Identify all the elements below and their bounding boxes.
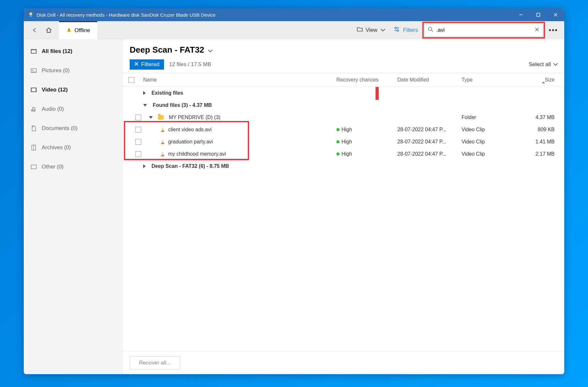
recover-all-button[interactable]: Recover all... — [130, 356, 180, 370]
tab-label: Offline — [74, 27, 90, 34]
sidebar-item-pictures[interactable]: Pictures (0) — [24, 61, 122, 80]
row-checkbox[interactable] — [135, 127, 141, 133]
svg-point-12 — [428, 27, 432, 30]
body: All files (12) Pictures (0) Video (12) A… — [24, 39, 564, 374]
tab-offline[interactable]: Offline — [59, 21, 97, 39]
svg-rect-27 — [31, 165, 36, 169]
expand-icon[interactable] — [143, 164, 146, 168]
file-row[interactable]: graduation party.avi High 28-07-2022 04:… — [123, 136, 564, 148]
table-header: Name Recovery chances Date Modified Type… — [123, 73, 564, 87]
sort-ascending-icon — [542, 82, 545, 83]
sidebar-item-archives[interactable]: Archives (0) — [24, 138, 122, 157]
group-label: Found files (3) - 4.37 MB — [153, 102, 212, 108]
svg-rect-30 — [161, 131, 164, 132]
maximize-button[interactable] — [530, 8, 547, 21]
row-checkbox[interactable] — [135, 115, 141, 120]
sidebar-item-all-files[interactable]: All files (12) — [24, 42, 122, 61]
filtered-label: Filtered — [141, 61, 160, 68]
clear-search-icon[interactable] — [534, 27, 540, 33]
sidebar: All files (12) Pictures (0) Video (12) A… — [24, 39, 123, 374]
row-checkbox[interactable] — [135, 151, 141, 157]
folder-row[interactable]: MY PENDRIVE (D) (3) Folder 4.37 MB — [123, 111, 564, 124]
select-all-label: Select all — [529, 61, 551, 68]
svg-rect-37 — [162, 153, 163, 153]
home-button[interactable] — [42, 23, 56, 37]
group-deep-scan[interactable]: Deep Scan - FAT32 (6) - 8.75 MB — [123, 160, 564, 172]
filters-button[interactable]: Filters — [389, 26, 422, 34]
file-name: graduation party.avi — [168, 139, 213, 145]
window-title: Disk Drill - All recovery methods - Hard… — [37, 12, 512, 18]
collapse-icon[interactable] — [149, 116, 153, 119]
sidebar-item-other[interactable]: Other (0) — [24, 157, 122, 176]
cell-date: 28-07-2022 04:47 P... — [397, 139, 462, 145]
select-all-checkbox[interactable] — [128, 77, 134, 83]
svg-rect-34 — [162, 141, 163, 141]
warning-icon — [66, 27, 72, 34]
svg-rect-3 — [537, 13, 540, 16]
filtered-pill[interactable]: Filtered — [130, 59, 164, 70]
select-all-button[interactable]: Select all — [529, 61, 557, 68]
group-found-files[interactable]: Found files (3) - 4.37 MB — [123, 99, 564, 111]
cell-size: 2.17 MB — [516, 151, 564, 157]
sidebar-item-label: Video (12) — [42, 87, 68, 93]
pictures-icon — [30, 68, 37, 73]
cell-type: Video Clip — [462, 127, 516, 133]
column-name[interactable]: Name — [141, 77, 336, 83]
search-icon — [428, 27, 434, 34]
vlc-icon — [160, 139, 166, 145]
cell-type: Video Clip — [462, 139, 516, 145]
svg-rect-21 — [31, 88, 32, 92]
cell-size: 1.41 MB — [516, 139, 564, 145]
footer: Recover all... — [123, 351, 564, 374]
file-row[interactable]: my childhood memory.avi High 28-07-2022 … — [123, 148, 564, 160]
folder-label: MY PENDRIVE (D) (3) — [169, 115, 221, 120]
status-dot-icon — [336, 128, 340, 131]
filters-label: Filters — [403, 27, 418, 33]
collapse-icon[interactable] — [143, 104, 147, 107]
svg-rect-32 — [162, 130, 164, 130]
row-checkbox[interactable] — [135, 139, 141, 145]
scan-title-dropdown[interactable]: Deep Scan - FAT32 — [130, 45, 557, 55]
column-type[interactable]: Type — [462, 77, 516, 83]
sidebar-item-documents[interactable]: Documents (0) — [24, 119, 122, 138]
sidebar-item-audio[interactable]: Audio (0) — [24, 99, 122, 119]
cell-size: 809 KB — [516, 127, 564, 133]
scan-title: Deep Scan - FAT32 — [130, 45, 204, 55]
sidebar-item-video[interactable]: Video (12) — [24, 80, 122, 99]
minimize-button[interactable] — [512, 8, 530, 21]
column-recovery[interactable]: Recovery chances — [336, 77, 397, 83]
more-button[interactable]: ••• — [546, 26, 560, 34]
sidebar-item-label: Archives (0) — [42, 144, 71, 151]
view-label: View — [366, 27, 377, 33]
sidebar-item-label: All files (12) — [42, 48, 72, 55]
sidebar-item-label: Pictures (0) — [42, 67, 70, 74]
svg-line-13 — [431, 30, 433, 32]
svg-rect-17 — [31, 49, 36, 51]
column-date[interactable]: Date Modified — [397, 77, 462, 83]
back-button[interactable] — [28, 23, 42, 37]
view-button[interactable]: View — [352, 26, 389, 34]
search-input[interactable] — [436, 27, 534, 33]
group-existing-files[interactable]: Existing files — [123, 87, 564, 99]
file-name: client video ads.avi — [168, 127, 212, 133]
chevron-down-icon — [380, 27, 385, 33]
column-size[interactable]: Size — [516, 77, 564, 83]
expand-icon[interactable] — [143, 91, 146, 95]
close-button[interactable] — [547, 8, 564, 21]
file-row[interactable]: client video ads.avi High 28-07-2022 04:… — [123, 124, 564, 136]
cell-recovery: High — [342, 151, 352, 157]
svg-rect-7 — [69, 31, 69, 31]
documents-icon — [30, 125, 37, 132]
sidebar-item-label: Documents (0) — [42, 125, 77, 132]
close-icon — [134, 61, 139, 68]
toolbar: Offline View Filters ••• — [24, 21, 564, 39]
svg-point-11 — [397, 30, 398, 31]
svg-rect-1 — [30, 15, 32, 17]
titlebar: Disk Drill - All recovery methods - Hard… — [24, 8, 564, 21]
other-icon — [30, 164, 37, 170]
cell-date: 28-07-2022 04:47 P... — [397, 127, 462, 133]
sidebar-item-label: Other (0) — [42, 164, 64, 170]
window-controls — [512, 8, 564, 21]
search-box — [424, 24, 543, 37]
svg-rect-36 — [161, 155, 164, 156]
